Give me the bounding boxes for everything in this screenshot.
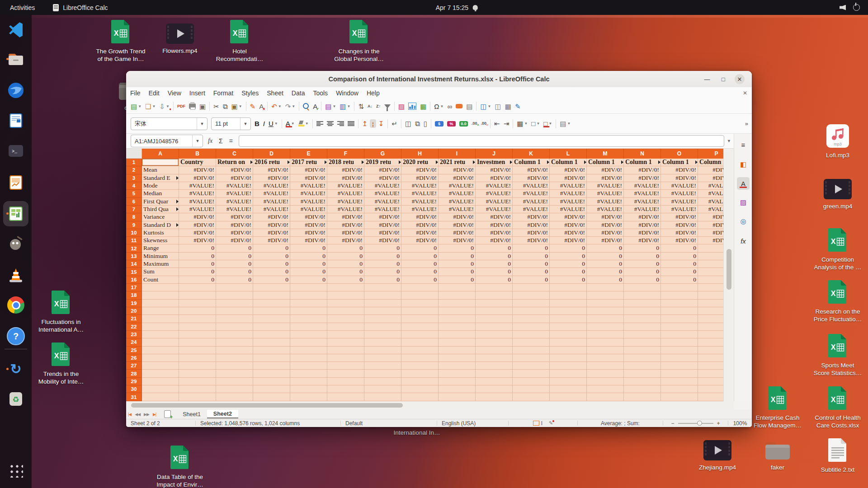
cell-C20[interactable]	[216, 307, 253, 314]
column-header-A[interactable]: A	[142, 149, 179, 159]
desktop-icon-competition[interactable]: XCompetitionAnalysis of the …	[804, 227, 868, 271]
cell-B23[interactable]	[179, 331, 216, 338]
cell-G5[interactable]: #VALUE!	[364, 190, 401, 197]
cell-F12[interactable]: 0	[327, 244, 364, 252]
cell-A24[interactable]	[142, 338, 179, 346]
zoom-in-icon[interactable]: +	[717, 420, 720, 427]
cell-H31[interactable]	[401, 393, 439, 400]
cell-J11[interactable]: #DIV/0!	[476, 237, 513, 244]
cell-F22[interactable]	[327, 323, 364, 330]
cell-J27[interactable]	[476, 362, 513, 369]
export-pdf-icon[interactable]: PDF	[176, 103, 187, 109]
cell-F27[interactable]	[327, 362, 364, 369]
sidebar-settings-icon[interactable]: ≡	[737, 138, 750, 151]
cell-N22[interactable]	[624, 323, 661, 330]
cell-G13[interactable]: 0	[364, 253, 401, 260]
cell-M16[interactable]: 0	[587, 276, 624, 283]
cell-D16[interactable]: 0	[253, 276, 290, 283]
cell-I16[interactable]: 0	[439, 276, 476, 283]
cell-M30[interactable]	[587, 385, 624, 393]
cell-F18[interactable]	[327, 291, 364, 299]
cell-E10[interactable]: #DIV/0!	[290, 229, 327, 236]
cell-N17[interactable]	[624, 284, 661, 291]
cell-M25[interactable]	[587, 347, 624, 354]
cell-A11[interactable]: Skewness	[142, 237, 179, 244]
cell-I12[interactable]: 0	[439, 244, 476, 252]
cell-B18[interactable]	[179, 291, 216, 299]
volume-icon[interactable]	[840, 5, 846, 10]
cell-L17[interactable]	[550, 284, 587, 291]
cell-L20[interactable]	[550, 307, 587, 314]
cell-D3[interactable]: #DIV/0!	[253, 174, 290, 182]
cell-I29[interactable]	[439, 378, 476, 385]
cut-icon[interactable]: ✂	[212, 102, 221, 111]
cell-G31[interactable]	[364, 393, 401, 400]
gallery-icon[interactable]: ▨	[737, 196, 750, 209]
cell-P12[interactable]: 0	[698, 244, 723, 252]
cell-B30[interactable]	[179, 385, 216, 393]
desktop-icon-growth-trend[interactable]: XThe Growth Trendof the Game In…	[87, 19, 155, 63]
functions-icon[interactable]: fx	[737, 235, 750, 247]
cell-F6[interactable]: #VALUE!	[327, 198, 364, 205]
row-header-26[interactable]: 26	[126, 354, 142, 362]
cell-H1[interactable]: 2020 retu	[401, 159, 439, 166]
column-header-L[interactable]: L	[550, 149, 587, 159]
cell-P23[interactable]	[698, 331, 723, 338]
column-header-H[interactable]: H	[401, 149, 439, 159]
dock-vscode-icon[interactable]	[5, 19, 27, 41]
cell-J30[interactable]	[476, 385, 513, 393]
cell-N2[interactable]: #DIV/0!	[624, 166, 661, 174]
cell-B17[interactable]	[179, 284, 216, 291]
cell-D5[interactable]: #VALUE!	[253, 190, 290, 197]
cell-J23[interactable]	[476, 331, 513, 338]
column-header-B[interactable]: B	[179, 149, 216, 159]
decrease-indent-icon[interactable]: ⇤	[493, 119, 501, 128]
row-header-12[interactable]: 12	[126, 244, 142, 252]
cell-H14[interactable]: 0	[401, 260, 439, 267]
cell-L23[interactable]	[550, 331, 587, 338]
cell-N30[interactable]	[624, 385, 661, 393]
cell-L7[interactable]: #VALUE!	[550, 206, 587, 213]
cell-C11[interactable]: #DIV/0!	[216, 237, 253, 244]
row-header-18[interactable]: 18	[126, 291, 142, 299]
cell-C31[interactable]	[216, 393, 253, 400]
sheet-tab-sheet2[interactable]: Sheet2	[207, 410, 238, 418]
cell-G15[interactable]: 0	[364, 268, 401, 275]
cell-D30[interactable]	[253, 385, 290, 393]
align-left-icon[interactable]	[315, 120, 325, 127]
cell-M3[interactable]: #DIV/0!	[587, 174, 624, 182]
add-decimal-place-icon[interactable]: .00+	[470, 121, 479, 127]
cell-I22[interactable]	[439, 323, 476, 330]
cell-D11[interactable]: #DIV/0!	[253, 237, 290, 244]
row-header-28[interactable]: 28	[126, 370, 142, 377]
cell-C29[interactable]	[216, 378, 253, 385]
cell-M26[interactable]	[587, 354, 624, 361]
cell-B26[interactable]	[179, 354, 216, 361]
cell-G10[interactable]: #DIV/0!	[364, 229, 401, 236]
cell-J5[interactable]: #VALUE!	[476, 190, 513, 197]
merge-and-center-icon[interactable]: ◫	[404, 119, 413, 128]
cell-P18[interactable]	[698, 291, 723, 299]
bold-icon[interactable]: B	[253, 119, 261, 128]
cell-P30[interactable]	[698, 385, 723, 393]
row-header-4[interactable]: 4	[126, 182, 142, 190]
cell-P17[interactable]	[698, 284, 723, 291]
row-header-22[interactable]: 22	[126, 323, 142, 331]
cell-E15[interactable]: 0	[290, 268, 327, 275]
cell-A19[interactable]	[142, 300, 179, 307]
cell-G1[interactable]: 2019 retu	[364, 159, 401, 166]
styles-icon[interactable]: A	[737, 177, 750, 190]
cell-H10[interactable]: #DIV/0!	[401, 229, 439, 236]
cell-N6[interactable]: #VALUE!	[624, 198, 661, 205]
status-page-style[interactable]: Default	[341, 419, 437, 427]
cell-G4[interactable]: #VALUE!	[364, 182, 401, 189]
cell-H3[interactable]: #DIV/0!	[401, 174, 439, 182]
cell-I31[interactable]	[439, 393, 476, 400]
cell-N28[interactable]	[624, 370, 661, 377]
cell-P15[interactable]: 0	[698, 268, 723, 275]
cell-K13[interactable]: 0	[513, 253, 550, 260]
cell-P4[interactable]: #VALUE!	[698, 182, 723, 189]
desktop-icon-subtitle[interactable]: Subtitle 2.txt	[804, 437, 868, 474]
cell-F15[interactable]: 0	[327, 268, 364, 275]
menu-tools[interactable]: Tools	[309, 89, 332, 97]
